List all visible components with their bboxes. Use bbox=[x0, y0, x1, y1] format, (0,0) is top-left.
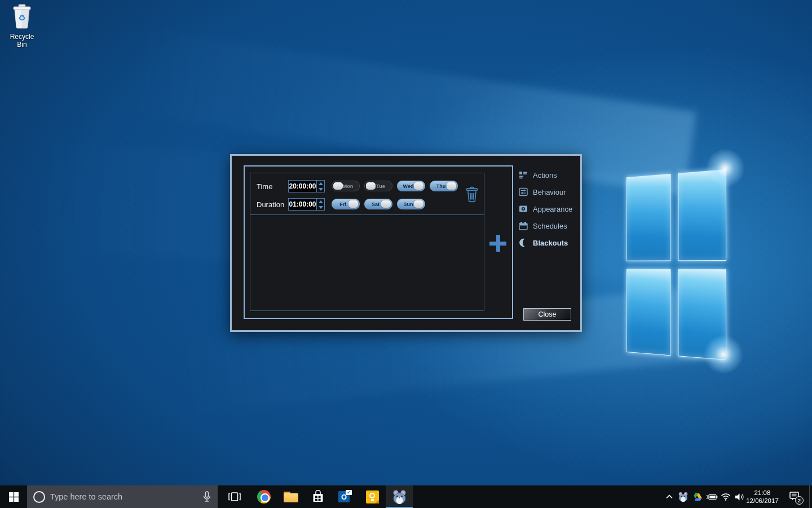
day-toggle-fri[interactable]: Fri bbox=[332, 199, 360, 209]
time-input[interactable] bbox=[288, 180, 317, 192]
time-spin-up-button[interactable] bbox=[317, 181, 324, 186]
sidebar-item-label: Blackouts bbox=[533, 239, 568, 247]
duration-input[interactable] bbox=[288, 198, 317, 211]
action-center-button[interactable]: 2 bbox=[785, 485, 805, 508]
down-arrow-icon bbox=[319, 206, 323, 209]
day-toggle-wed[interactable]: Wed bbox=[397, 181, 425, 191]
clock-date: 12/06/2017 bbox=[746, 497, 779, 505]
day-toggle-label: Tue bbox=[373, 183, 388, 189]
task-view-icon bbox=[228, 491, 241, 502]
up-arrow-icon bbox=[319, 200, 323, 203]
duration-label: Duration bbox=[257, 200, 284, 209]
day-toggle-label: Fri bbox=[336, 202, 350, 207]
sidebar-item-schedules[interactable]: Schedules bbox=[519, 220, 567, 231]
taskbar-search[interactable] bbox=[27, 485, 218, 508]
sidebar-item-actions[interactable]: Actions bbox=[519, 169, 557, 181]
duration-spin-down-button[interactable] bbox=[317, 204, 324, 210]
sidebar-item-label: Behaviour bbox=[533, 188, 566, 196]
clock-time: 21:08 bbox=[754, 489, 771, 497]
add-blackout-button plus-icon[interactable] bbox=[489, 235, 506, 252]
duration-spinner bbox=[317, 198, 325, 211]
day-toggle-label: Mon bbox=[341, 183, 355, 189]
microphone-icon[interactable] bbox=[203, 491, 211, 502]
tray-chevron-up-icon[interactable] bbox=[662, 485, 676, 508]
sliders-icon bbox=[519, 187, 528, 196]
blackout-entry-row: Time Mon bbox=[250, 173, 484, 215]
file-explorer-icon bbox=[284, 492, 298, 502]
actions-list-icon bbox=[519, 170, 528, 179]
taskbar-app-outlook[interactable]: O✓ bbox=[332, 485, 359, 508]
down-arrow-icon bbox=[319, 188, 323, 191]
pet-app-icon bbox=[392, 489, 407, 505]
svg-text:♻: ♻ bbox=[18, 13, 25, 23]
recycle-bin-label: Recycle Bin bbox=[5, 33, 39, 49]
show-desktop-button[interactable] bbox=[809, 485, 812, 508]
time-spin-down-button[interactable] bbox=[317, 186, 324, 192]
search-input[interactable] bbox=[50, 492, 203, 501]
moon-icon bbox=[519, 238, 528, 247]
taskbar-clock[interactable]: 21:08 12/06/2017 bbox=[745, 485, 779, 508]
day-toggle-label: Sun bbox=[401, 202, 416, 207]
day-toggle-sat[interactable]: Sat bbox=[364, 199, 392, 209]
tray-speaker-icon[interactable] bbox=[732, 485, 747, 508]
recycle-bin-icon: ♻ bbox=[10, 3, 34, 29]
day-toggle-label: Thu bbox=[434, 183, 448, 189]
day-toggle-thu[interactable]: Thu bbox=[430, 181, 458, 191]
windows-logo-icon bbox=[9, 492, 19, 502]
delete-entry-button trash-icon[interactable] bbox=[465, 186, 479, 203]
tray-google-drive-icon[interactable] bbox=[690, 485, 704, 508]
blackouts-window: Time Mon bbox=[230, 154, 582, 332]
duration-spin-up-button[interactable] bbox=[317, 199, 324, 204]
blackout-list: Time Mon bbox=[250, 173, 484, 311]
day-toggle-mon[interactable]: Mon bbox=[332, 181, 360, 191]
tray-battery-icon[interactable] bbox=[704, 485, 718, 508]
taskbar-app-chrome[interactable] bbox=[250, 485, 277, 508]
sidebar-item-blackouts[interactable]: Blackouts bbox=[519, 237, 568, 248]
up-arrow-icon bbox=[319, 182, 323, 185]
taskbar-app-pet-active[interactable] bbox=[386, 485, 413, 508]
taskbar-app-microsoft-store[interactable] bbox=[304, 485, 332, 508]
day-toggle-sun[interactable]: Sun bbox=[397, 199, 425, 209]
time-spinner bbox=[317, 180, 325, 192]
sidebar-item-label: Appearance bbox=[533, 205, 572, 213]
start-button[interactable] bbox=[0, 485, 27, 508]
chrome-icon bbox=[257, 490, 271, 503]
day-toggle-tue[interactable]: Tue bbox=[364, 181, 392, 191]
close-button[interactable]: Close bbox=[523, 308, 571, 321]
outlook-icon: O✓ bbox=[338, 490, 352, 503]
recycle-bin-shortcut[interactable]: ♻ Recycle Bin bbox=[5, 3, 39, 49]
sidebar-item-behaviour[interactable]: Behaviour bbox=[519, 186, 566, 198]
image-icon bbox=[519, 204, 528, 213]
sidebar-item-label: Actions bbox=[533, 171, 557, 179]
cortana-icon bbox=[33, 491, 45, 503]
taskbar-app-keep[interactable] bbox=[359, 485, 386, 508]
tray-wifi-icon[interactable] bbox=[718, 485, 732, 508]
blackouts-panel: Time Mon bbox=[244, 165, 513, 319]
taskbar-app-file-explorer[interactable] bbox=[277, 485, 304, 508]
sidebar-item-appearance[interactable]: Appearance bbox=[519, 203, 572, 214]
keep-icon bbox=[366, 491, 379, 503]
task-view-button[interactable] bbox=[222, 485, 247, 508]
time-label: Time bbox=[257, 182, 272, 191]
day-toggle-label: Sat bbox=[368, 202, 383, 207]
calendar-icon bbox=[519, 221, 528, 230]
day-toggle-label: Wed bbox=[401, 183, 416, 189]
taskbar: O✓ bbox=[0, 485, 812, 508]
sidebar-item-label: Schedules bbox=[533, 222, 567, 230]
microsoft-store-icon bbox=[311, 490, 325, 503]
tray-pet-app-icon[interactable] bbox=[676, 485, 690, 508]
notification-badge: 2 bbox=[795, 496, 804, 505]
